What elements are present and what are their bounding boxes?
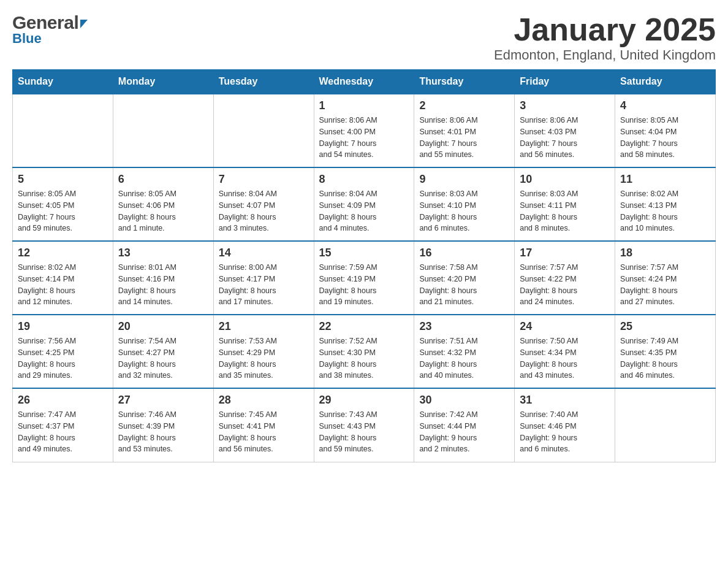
day-number: 14 — [219, 247, 309, 259]
day-info: Sunrise: 8:06 AM Sunset: 4:01 PM Dayligh… — [419, 115, 509, 161]
day-info: Sunrise: 8:04 AM Sunset: 4:09 PM Dayligh… — [319, 188, 409, 234]
day-info: Sunrise: 8:05 AM Sunset: 4:06 PM Dayligh… — [118, 188, 208, 234]
calendar-cell: 25Sunrise: 7:49 AM Sunset: 4:35 PM Dayli… — [615, 315, 716, 388]
calendar-week-row: 5Sunrise: 8:05 AM Sunset: 4:05 PM Daylig… — [13, 167, 716, 241]
calendar-header: SundayMondayTuesdayWednesdayThursdayFrid… — [13, 70, 716, 94]
day-info: Sunrise: 7:51 AM Sunset: 4:32 PM Dayligh… — [419, 335, 509, 381]
day-number: 31 — [520, 394, 610, 407]
day-number: 15 — [319, 247, 409, 259]
day-info: Sunrise: 8:02 AM Sunset: 4:14 PM Dayligh… — [18, 262, 108, 308]
day-number: 10 — [520, 173, 610, 186]
day-number: 11 — [620, 173, 710, 186]
calendar-cell: 19Sunrise: 7:56 AM Sunset: 4:25 PM Dayli… — [13, 315, 113, 388]
calendar-cell: 11Sunrise: 8:02 AM Sunset: 4:13 PM Dayli… — [615, 167, 716, 241]
day-number: 16 — [419, 247, 509, 259]
day-of-week-header: Tuesday — [213, 70, 314, 94]
day-info: Sunrise: 8:00 AM Sunset: 4:17 PM Dayligh… — [219, 262, 309, 308]
day-number: 12 — [18, 247, 108, 259]
day-of-week-header: Wednesday — [314, 70, 414, 94]
calendar-cell: 31Sunrise: 7:40 AM Sunset: 4:46 PM Dayli… — [515, 388, 615, 462]
calendar-title: January 2025 — [494, 12, 716, 47]
day-number: 6 — [118, 173, 208, 186]
day-number: 13 — [118, 247, 208, 259]
calendar-cell: 30Sunrise: 7:42 AM Sunset: 4:44 PM Dayli… — [414, 388, 515, 462]
calendar-cell — [213, 94, 314, 167]
day-info: Sunrise: 7:52 AM Sunset: 4:30 PM Dayligh… — [319, 335, 409, 381]
day-info: Sunrise: 7:42 AM Sunset: 4:44 PM Dayligh… — [419, 409, 509, 455]
calendar-cell: 3Sunrise: 8:06 AM Sunset: 4:03 PM Daylig… — [515, 94, 615, 167]
day-number: 20 — [118, 320, 208, 333]
calendar-cell: 1Sunrise: 8:06 AM Sunset: 4:00 PM Daylig… — [314, 94, 414, 167]
calendar-cell: 26Sunrise: 7:47 AM Sunset: 4:37 PM Dayli… — [13, 388, 113, 462]
calendar-cell: 29Sunrise: 7:43 AM Sunset: 4:43 PM Dayli… — [314, 388, 414, 462]
calendar-cell: 2Sunrise: 8:06 AM Sunset: 4:01 PM Daylig… — [414, 94, 515, 167]
calendar-cell — [13, 94, 113, 167]
calendar-cell: 18Sunrise: 7:57 AM Sunset: 4:24 PM Dayli… — [615, 241, 716, 315]
day-info: Sunrise: 7:58 AM Sunset: 4:20 PM Dayligh… — [419, 262, 509, 308]
calendar-cell: 16Sunrise: 7:58 AM Sunset: 4:20 PM Dayli… — [414, 241, 515, 315]
calendar-cell: 14Sunrise: 8:00 AM Sunset: 4:17 PM Dayli… — [213, 241, 314, 315]
day-info: Sunrise: 7:56 AM Sunset: 4:25 PM Dayligh… — [18, 335, 108, 381]
day-info: Sunrise: 8:04 AM Sunset: 4:07 PM Dayligh… — [219, 188, 309, 234]
calendar-cell: 17Sunrise: 7:57 AM Sunset: 4:22 PM Dayli… — [515, 241, 615, 315]
calendar-cell: 5Sunrise: 8:05 AM Sunset: 4:05 PM Daylig… — [13, 167, 113, 241]
day-info: Sunrise: 8:06 AM Sunset: 4:00 PM Dayligh… — [319, 115, 409, 161]
day-info: Sunrise: 7:53 AM Sunset: 4:29 PM Dayligh… — [219, 335, 309, 381]
day-number: 30 — [419, 394, 509, 407]
day-number: 23 — [419, 320, 509, 333]
calendar-cell: 7Sunrise: 8:04 AM Sunset: 4:07 PM Daylig… — [213, 167, 314, 241]
calendar-cell — [113, 94, 213, 167]
day-info: Sunrise: 7:57 AM Sunset: 4:22 PM Dayligh… — [520, 262, 610, 308]
day-number: 27 — [118, 394, 208, 407]
calendar-cell: 13Sunrise: 8:01 AM Sunset: 4:16 PM Dayli… — [113, 241, 213, 315]
day-info: Sunrise: 7:40 AM Sunset: 4:46 PM Dayligh… — [520, 409, 610, 455]
calendar-week-row: 12Sunrise: 8:02 AM Sunset: 4:14 PM Dayli… — [13, 241, 716, 315]
day-of-week-header: Sunday — [13, 70, 113, 94]
day-info: Sunrise: 7:50 AM Sunset: 4:34 PM Dayligh… — [520, 335, 610, 381]
calendar-cell: 22Sunrise: 7:52 AM Sunset: 4:30 PM Dayli… — [314, 315, 414, 388]
day-number: 7 — [219, 173, 309, 186]
calendar-subtitle: Edmonton, England, United Kingdom — [494, 47, 716, 63]
day-number: 29 — [319, 394, 409, 407]
day-number: 1 — [319, 99, 409, 112]
calendar-cell: 21Sunrise: 7:53 AM Sunset: 4:29 PM Dayli… — [213, 315, 314, 388]
day-info: Sunrise: 7:49 AM Sunset: 4:35 PM Dayligh… — [620, 335, 710, 381]
calendar-cell: 24Sunrise: 7:50 AM Sunset: 4:34 PM Dayli… — [515, 315, 615, 388]
day-of-week-header: Friday — [515, 70, 615, 94]
logo-blue-text: Blue — [12, 31, 42, 47]
day-number: 2 — [419, 99, 509, 112]
day-info: Sunrise: 8:01 AM Sunset: 4:16 PM Dayligh… — [118, 262, 208, 308]
calendar-cell: 10Sunrise: 8:03 AM Sunset: 4:11 PM Dayli… — [515, 167, 615, 241]
day-number: 28 — [219, 394, 309, 407]
calendar-cell: 28Sunrise: 7:45 AM Sunset: 4:41 PM Dayli… — [213, 388, 314, 462]
day-number: 4 — [620, 99, 710, 112]
calendar-cell: 23Sunrise: 7:51 AM Sunset: 4:32 PM Dayli… — [414, 315, 515, 388]
day-info: Sunrise: 8:05 AM Sunset: 4:04 PM Dayligh… — [620, 115, 710, 161]
calendar-cell: 9Sunrise: 8:03 AM Sunset: 4:10 PM Daylig… — [414, 167, 515, 241]
day-of-week-header: Saturday — [615, 70, 716, 94]
day-number: 24 — [520, 320, 610, 333]
logo-arrow-icon — [80, 20, 88, 28]
day-info: Sunrise: 7:59 AM Sunset: 4:19 PM Dayligh… — [319, 262, 409, 308]
calendar-week-row: 26Sunrise: 7:47 AM Sunset: 4:37 PM Dayli… — [13, 388, 716, 462]
calendar-cell: 12Sunrise: 8:02 AM Sunset: 4:14 PM Dayli… — [13, 241, 113, 315]
days-of-week-row: SundayMondayTuesdayWednesdayThursdayFrid… — [13, 70, 716, 94]
day-of-week-header: Thursday — [414, 70, 515, 94]
logo: General Blue — [12, 12, 88, 47]
day-info: Sunrise: 7:54 AM Sunset: 4:27 PM Dayligh… — [118, 335, 208, 381]
calendar-cell: 4Sunrise: 8:05 AM Sunset: 4:04 PM Daylig… — [615, 94, 716, 167]
calendar-cell: 6Sunrise: 8:05 AM Sunset: 4:06 PM Daylig… — [113, 167, 213, 241]
day-info: Sunrise: 7:57 AM Sunset: 4:24 PM Dayligh… — [620, 262, 710, 308]
day-info: Sunrise: 8:03 AM Sunset: 4:10 PM Dayligh… — [419, 188, 509, 234]
day-number: 3 — [520, 99, 610, 112]
day-info: Sunrise: 7:45 AM Sunset: 4:41 PM Dayligh… — [219, 409, 309, 455]
day-number: 17 — [520, 247, 610, 259]
calendar-cell — [615, 388, 716, 462]
calendar-cell: 8Sunrise: 8:04 AM Sunset: 4:09 PM Daylig… — [314, 167, 414, 241]
day-number: 5 — [18, 173, 108, 186]
day-info: Sunrise: 8:02 AM Sunset: 4:13 PM Dayligh… — [620, 188, 710, 234]
day-info: Sunrise: 8:06 AM Sunset: 4:03 PM Dayligh… — [520, 115, 610, 161]
day-info: Sunrise: 8:03 AM Sunset: 4:11 PM Dayligh… — [520, 188, 610, 234]
day-of-week-header: Monday — [113, 70, 213, 94]
calendar-cell: 27Sunrise: 7:46 AM Sunset: 4:39 PM Dayli… — [113, 388, 213, 462]
